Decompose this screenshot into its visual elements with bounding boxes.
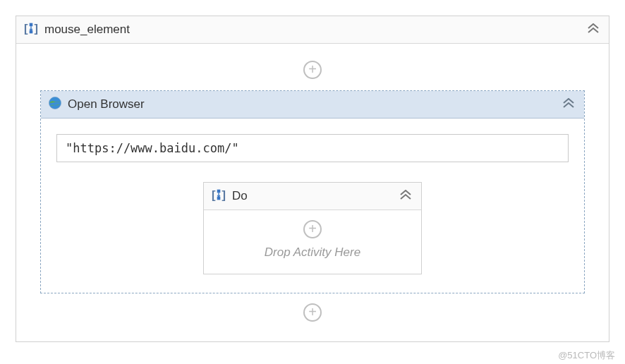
open-browser-title: Open Browser <box>68 97 560 111</box>
mouse-element-title: mouse_element <box>44 23 585 37</box>
do-add-row <box>211 220 414 245</box>
do-collapse-button[interactable] <box>397 190 414 202</box>
sequence-icon: [ ] <box>211 187 226 205</box>
svg-text:[: [ <box>24 22 28 35</box>
url-input[interactable] <box>56 134 569 162</box>
sequence-icon: [ ] <box>23 20 39 39</box>
svg-rect-2 <box>30 23 33 27</box>
drop-activity-hint: Drop Activity Here <box>211 245 414 260</box>
do-activity[interactable]: [ ] Do <box>203 182 422 274</box>
do-header[interactable]: [ ] Do <box>204 183 421 210</box>
add-activity-bottom-row <box>28 293 597 327</box>
open-browser-body: [ ] Do <box>41 119 584 293</box>
add-activity-button-bottom[interactable] <box>303 303 322 322</box>
globe-icon <box>48 96 62 113</box>
svg-text:]: ] <box>35 22 39 35</box>
chevron-double-up-icon <box>562 98 575 111</box>
collapse-button[interactable] <box>585 23 602 36</box>
chevron-double-up-icon <box>399 190 412 202</box>
chevron-double-up-icon <box>587 23 600 36</box>
add-activity-button-top[interactable] <box>303 61 322 79</box>
svg-text:]: ] <box>222 188 226 201</box>
open-browser-collapse-button[interactable] <box>560 98 577 111</box>
do-body[interactable]: Drop Activity Here <box>204 210 421 274</box>
open-browser-activity[interactable]: Open Browser <box>40 90 585 293</box>
do-title: Do <box>232 189 397 203</box>
svg-text:[: [ <box>212 188 216 201</box>
svg-rect-8 <box>217 190 221 193</box>
mouse-element-body: Open Browser <box>16 44 609 341</box>
watermark: @51CTO博客 <box>558 349 615 362</box>
open-browser-header[interactable]: Open Browser <box>41 91 584 119</box>
mouse-element-header[interactable]: [ ] mouse_element <box>16 16 609 44</box>
mouse-element-activity[interactable]: [ ] mouse_element <box>16 16 609 342</box>
add-activity-button-do[interactable] <box>303 220 322 238</box>
add-activity-top-row <box>28 58 597 90</box>
